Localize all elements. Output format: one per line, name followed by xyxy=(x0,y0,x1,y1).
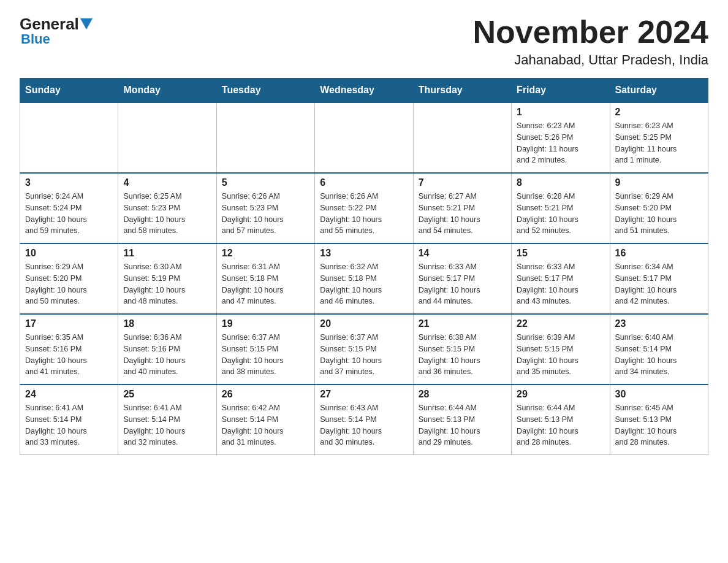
day-header-sunday: Sunday xyxy=(20,79,118,103)
day-number: 3 xyxy=(25,177,113,188)
day-number: 27 xyxy=(320,389,408,400)
day-info: Sunrise: 6:35 AM Sunset: 5:16 PM Dayligh… xyxy=(25,332,113,378)
day-number: 9 xyxy=(615,177,703,188)
day-number: 25 xyxy=(123,389,211,400)
calendar-cell: 3Sunrise: 6:24 AM Sunset: 5:24 PM Daylig… xyxy=(20,173,118,243)
calendar-cell: 22Sunrise: 6:39 AM Sunset: 5:15 PM Dayli… xyxy=(512,314,610,385)
day-number: 7 xyxy=(419,177,506,188)
calendar-header-row: SundayMondayTuesdayWednesdayThursdayFrid… xyxy=(20,79,708,103)
day-info: Sunrise: 6:32 AM Sunset: 5:18 PM Dayligh… xyxy=(320,261,408,307)
day-info: Sunrise: 6:38 AM Sunset: 5:15 PM Dayligh… xyxy=(419,332,506,378)
calendar-cell: 18Sunrise: 6:36 AM Sunset: 5:16 PM Dayli… xyxy=(118,314,216,385)
day-number: 19 xyxy=(222,318,309,329)
title-block: November 2024 Jahanabad, Uttar Pradesh, … xyxy=(473,15,708,68)
logo-arrow-icon xyxy=(80,15,93,34)
svg-marker-0 xyxy=(80,18,93,29)
day-number: 5 xyxy=(222,177,309,188)
day-header-saturday: Saturday xyxy=(610,79,708,103)
day-info: Sunrise: 6:25 AM Sunset: 5:23 PM Dayligh… xyxy=(123,191,211,237)
day-info: Sunrise: 6:30 AM Sunset: 5:19 PM Dayligh… xyxy=(123,261,211,307)
day-number: 6 xyxy=(320,177,408,188)
calendar-cell: 4Sunrise: 6:25 AM Sunset: 5:23 PM Daylig… xyxy=(118,173,216,243)
calendar-cell: 19Sunrise: 6:37 AM Sunset: 5:15 PM Dayli… xyxy=(216,314,314,385)
calendar-table: SundayMondayTuesdayWednesdayThursdayFrid… xyxy=(20,78,708,455)
calendar-cell: 28Sunrise: 6:44 AM Sunset: 5:13 PM Dayli… xyxy=(413,385,511,455)
calendar-cell: 1Sunrise: 6:23 AM Sunset: 5:26 PM Daylig… xyxy=(512,102,610,173)
day-number: 30 xyxy=(615,389,703,400)
location-title: Jahanabad, Uttar Pradesh, India xyxy=(473,52,708,68)
day-header-friday: Friday xyxy=(512,79,610,103)
day-info: Sunrise: 6:24 AM Sunset: 5:24 PM Dayligh… xyxy=(25,191,113,237)
day-info: Sunrise: 6:45 AM Sunset: 5:13 PM Dayligh… xyxy=(615,402,703,448)
day-number: 16 xyxy=(615,248,703,259)
calendar-cell: 5Sunrise: 6:26 AM Sunset: 5:23 PM Daylig… xyxy=(216,173,314,243)
day-number: 24 xyxy=(25,389,113,400)
day-number: 11 xyxy=(123,248,211,259)
day-info: Sunrise: 6:42 AM Sunset: 5:14 PM Dayligh… xyxy=(222,402,309,448)
day-info: Sunrise: 6:33 AM Sunset: 5:17 PM Dayligh… xyxy=(517,261,604,307)
day-header-tuesday: Tuesday xyxy=(216,79,314,103)
calendar-cell: 16Sunrise: 6:34 AM Sunset: 5:17 PM Dayli… xyxy=(610,243,708,314)
calendar-cell: 17Sunrise: 6:35 AM Sunset: 5:16 PM Dayli… xyxy=(20,314,118,385)
calendar-cell: 29Sunrise: 6:44 AM Sunset: 5:13 PM Dayli… xyxy=(512,385,610,455)
day-info: Sunrise: 6:29 AM Sunset: 5:20 PM Dayligh… xyxy=(25,261,113,307)
day-info: Sunrise: 6:41 AM Sunset: 5:14 PM Dayligh… xyxy=(123,402,211,448)
calendar-cell xyxy=(216,102,314,173)
calendar-cell xyxy=(315,102,413,173)
week-row-4: 17Sunrise: 6:35 AM Sunset: 5:16 PM Dayli… xyxy=(20,314,708,385)
calendar-cell: 21Sunrise: 6:38 AM Sunset: 5:15 PM Dayli… xyxy=(413,314,511,385)
calendar-cell: 7Sunrise: 6:27 AM Sunset: 5:21 PM Daylig… xyxy=(413,173,511,243)
month-title: November 2024 xyxy=(473,15,708,50)
day-info: Sunrise: 6:33 AM Sunset: 5:17 PM Dayligh… xyxy=(419,261,506,307)
day-number: 26 xyxy=(222,389,309,400)
day-number: 12 xyxy=(222,248,309,259)
day-info: Sunrise: 6:26 AM Sunset: 5:23 PM Dayligh… xyxy=(222,191,309,237)
day-number: 15 xyxy=(517,248,604,259)
calendar-cell xyxy=(413,102,511,173)
week-row-3: 10Sunrise: 6:29 AM Sunset: 5:20 PM Dayli… xyxy=(20,243,708,314)
calendar-cell xyxy=(20,102,118,173)
day-info: Sunrise: 6:26 AM Sunset: 5:22 PM Dayligh… xyxy=(320,191,408,237)
day-info: Sunrise: 6:39 AM Sunset: 5:15 PM Dayligh… xyxy=(517,332,604,378)
page-header: General Blue November 2024 Jahanabad, Ut… xyxy=(20,15,708,68)
calendar-cell: 11Sunrise: 6:30 AM Sunset: 5:19 PM Dayli… xyxy=(118,243,216,314)
calendar-cell: 14Sunrise: 6:33 AM Sunset: 5:17 PM Dayli… xyxy=(413,243,511,314)
calendar-cell xyxy=(118,102,216,173)
day-info: Sunrise: 6:44 AM Sunset: 5:13 PM Dayligh… xyxy=(419,402,506,448)
day-info: Sunrise: 6:27 AM Sunset: 5:21 PM Dayligh… xyxy=(419,191,506,237)
calendar-cell: 30Sunrise: 6:45 AM Sunset: 5:13 PM Dayli… xyxy=(610,385,708,455)
calendar-cell: 24Sunrise: 6:41 AM Sunset: 5:14 PM Dayli… xyxy=(20,385,118,455)
week-row-2: 3Sunrise: 6:24 AM Sunset: 5:24 PM Daylig… xyxy=(20,173,708,243)
calendar-cell: 20Sunrise: 6:37 AM Sunset: 5:15 PM Dayli… xyxy=(315,314,413,385)
logo: General Blue xyxy=(20,15,93,47)
day-info: Sunrise: 6:23 AM Sunset: 5:25 PM Dayligh… xyxy=(615,120,703,166)
day-info: Sunrise: 6:40 AM Sunset: 5:14 PM Dayligh… xyxy=(615,332,703,378)
day-info: Sunrise: 6:37 AM Sunset: 5:15 PM Dayligh… xyxy=(222,332,309,378)
day-number: 20 xyxy=(320,318,408,329)
calendar-cell: 8Sunrise: 6:28 AM Sunset: 5:21 PM Daylig… xyxy=(512,173,610,243)
day-number: 18 xyxy=(123,318,211,329)
week-row-5: 24Sunrise: 6:41 AM Sunset: 5:14 PM Dayli… xyxy=(20,385,708,455)
calendar-cell: 15Sunrise: 6:33 AM Sunset: 5:17 PM Dayli… xyxy=(512,243,610,314)
day-number: 23 xyxy=(615,318,703,329)
day-header-monday: Monday xyxy=(118,79,216,103)
day-info: Sunrise: 6:44 AM Sunset: 5:13 PM Dayligh… xyxy=(517,402,604,448)
calendar-cell: 2Sunrise: 6:23 AM Sunset: 5:25 PM Daylig… xyxy=(610,102,708,173)
calendar-cell: 12Sunrise: 6:31 AM Sunset: 5:18 PM Dayli… xyxy=(216,243,314,314)
day-number: 14 xyxy=(419,248,506,259)
calendar-cell: 6Sunrise: 6:26 AM Sunset: 5:22 PM Daylig… xyxy=(315,173,413,243)
day-info: Sunrise: 6:28 AM Sunset: 5:21 PM Dayligh… xyxy=(517,191,604,237)
calendar-cell: 25Sunrise: 6:41 AM Sunset: 5:14 PM Dayli… xyxy=(118,385,216,455)
calendar-cell: 27Sunrise: 6:43 AM Sunset: 5:14 PM Dayli… xyxy=(315,385,413,455)
day-number: 8 xyxy=(517,177,604,188)
day-number: 29 xyxy=(517,389,604,400)
calendar-cell: 10Sunrise: 6:29 AM Sunset: 5:20 PM Dayli… xyxy=(20,243,118,314)
day-number: 21 xyxy=(419,318,506,329)
day-number: 10 xyxy=(25,248,113,259)
logo-blue: Blue xyxy=(21,31,50,47)
calendar-cell: 26Sunrise: 6:42 AM Sunset: 5:14 PM Dayli… xyxy=(216,385,314,455)
day-number: 4 xyxy=(123,177,211,188)
day-header-thursday: Thursday xyxy=(413,79,511,103)
day-number: 17 xyxy=(25,318,113,329)
day-info: Sunrise: 6:43 AM Sunset: 5:14 PM Dayligh… xyxy=(320,402,408,448)
